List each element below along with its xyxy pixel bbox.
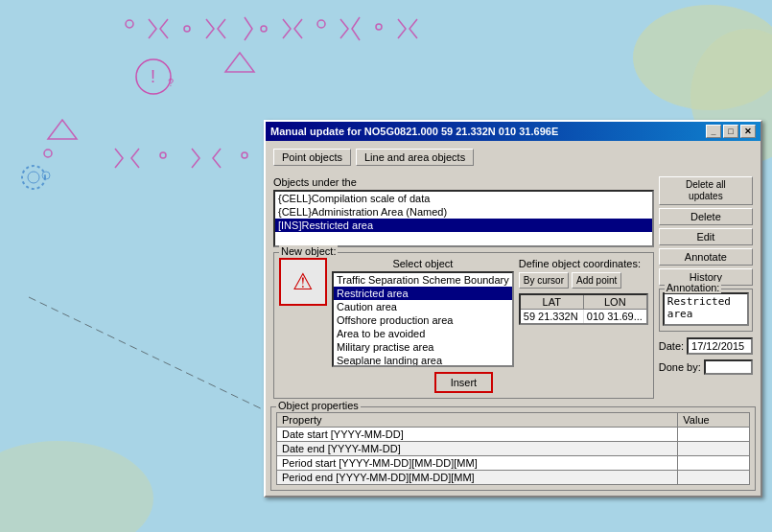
top-button-row: Point objects Line and area objects: [270, 146, 756, 169]
property-name: Period start [YYYY-MM-DD][MM-DD][MM]: [277, 456, 678, 471]
object-list-item[interactable]: Caution area: [334, 300, 512, 313]
svg-text:?: ?: [168, 77, 174, 88]
object-list-item[interactable]: Military practise area: [334, 340, 512, 354]
object-list-item[interactable]: Traffic Separation Scheme Boundary: [334, 273, 512, 287]
object-list-item[interactable]: Offshore production area: [334, 313, 512, 327]
coord-header: Define object coordinates:: [519, 258, 648, 269]
lat-column-header: LAT: [521, 295, 584, 309]
objects-under-listbox[interactable]: {CELL}Compilation scale of data {CELL}Ad…: [273, 190, 654, 247]
property-row: Date end [YYYY-MM-DD]: [277, 442, 750, 456]
insert-button[interactable]: Insert: [434, 372, 494, 393]
object-list-item[interactable]: Area to be avoided: [334, 327, 512, 340]
done-by-row: Done by:: [659, 359, 753, 375]
coord-table-header: LAT LON: [521, 295, 646, 310]
property-value[interactable]: [678, 442, 750, 456]
coord-table-row: 59 21.332N 010 31.69...: [521, 310, 646, 323]
property-column-header: Property: [277, 413, 678, 428]
done-by-label: Done by:: [659, 361, 701, 373]
minimize-button[interactable]: _: [706, 125, 721, 138]
annotation-label: Annotation:: [665, 282, 722, 293]
property-value[interactable]: [678, 471, 750, 485]
maximize-button[interactable]: □: [723, 125, 738, 138]
object-list-item-selected[interactable]: Restricted area: [334, 287, 512, 300]
point-objects-button[interactable]: Point objects: [273, 149, 351, 166]
titlebar-buttons: _ □ ✕: [706, 125, 756, 138]
svg-text:!: !: [151, 67, 155, 86]
dialog-body: Point objects Line and area objects Obje…: [266, 141, 760, 496]
lat-value: 59 21.332N: [521, 310, 584, 323]
edit-button[interactable]: Edit: [659, 228, 753, 245]
coord-buttons: By cursor Add point: [519, 272, 648, 289]
property-value[interactable]: [678, 456, 750, 471]
lon-value: 010 31.69...: [584, 310, 646, 323]
select-object-area: Select object Traffic Separation Scheme …: [332, 258, 514, 367]
listbox-item[interactable]: {CELL}Compilation scale of data: [275, 192, 652, 205]
date-label: Date:: [659, 340, 684, 352]
new-object-label: New object:: [279, 245, 338, 257]
object-list-item[interactable]: Seaplane landing area: [334, 354, 512, 367]
value-column-header: Value: [678, 413, 750, 428]
close-button[interactable]: ✕: [740, 125, 756, 138]
listbox-item-selected[interactable]: [INS]Restricted area: [275, 219, 652, 232]
annotate-button[interactable]: Annotate: [659, 248, 753, 266]
date-value: 17/12/2015: [687, 337, 753, 355]
delete-all-updates-button[interactable]: Delete all updates: [659, 176, 753, 205]
coordinate-table: LAT LON 59 21.332N 010 31.69...: [519, 293, 648, 325]
listbox-item[interactable]: {CELL}Administration Area (Named): [275, 205, 652, 219]
define-coordinates-section: Define object coordinates: By cursor Add…: [519, 258, 648, 325]
lon-column-header: LON: [584, 295, 646, 309]
main-content: Objects under the {CELL}Compilation scal…: [270, 173, 756, 402]
object-properties-label: Object properties: [276, 400, 361, 411]
property-name: Date end [YYYY-MM-DD]: [277, 442, 678, 456]
property-row: Date start [YYYY-MM-DD]: [277, 428, 750, 442]
select-object-header: Select object: [332, 258, 514, 269]
line-area-objects-button[interactable]: Line and area objects: [356, 149, 474, 166]
left-panel: Objects under the {CELL}Compilation scal…: [273, 176, 654, 399]
insert-button-container: Insert: [279, 372, 648, 393]
delete-button[interactable]: Delete: [659, 208, 753, 225]
dialog-titlebar: Manual update for NO5G0821.000 59 21.332…: [266, 122, 760, 141]
new-object-content: ⚠ Select object Traffic Separation Schem…: [279, 258, 648, 367]
object-properties-section: Object properties Property Value Date st…: [270, 406, 756, 491]
property-row: Period end [YYYY-MM-DD][MM-DD][MM]: [277, 471, 750, 485]
action-buttons: Delete all updates Delete Edit Annotate …: [659, 176, 753, 286]
annotation-section: Annotation:: [659, 289, 753, 332]
property-value[interactable]: [678, 428, 750, 442]
new-object-section: New object: ⚠ Select object Traffic Sepa…: [273, 252, 654, 399]
dialog-title: Manual update for NO5G0821.000 59 21.332…: [270, 126, 558, 137]
property-row: Period start [YYYY-MM-DD][MM-DD][MM]: [277, 456, 750, 471]
date-row: Date: 17/12/2015: [659, 337, 753, 355]
right-panel: Delete all updates Delete Edit Annotate …: [659, 176, 753, 399]
objects-under-label: Objects under the: [273, 176, 654, 188]
object-type-list[interactable]: Traffic Separation Scheme Boundary Restr…: [332, 271, 514, 367]
property-name: Date start [YYYY-MM-DD]: [277, 428, 678, 442]
by-cursor-button[interactable]: By cursor: [519, 272, 569, 289]
objects-under-section: Objects under the {CELL}Compilation scal…: [273, 176, 654, 247]
manual-update-dialog: Manual update for NO5G0821.000 59 21.332…: [264, 120, 762, 497]
add-point-button[interactable]: Add point: [572, 272, 621, 289]
object-warning-icon: ⚠: [279, 258, 327, 306]
annotation-input[interactable]: [663, 292, 749, 326]
done-by-value[interactable]: [704, 359, 753, 375]
properties-table: Property Value Date start [YYYY-MM-DD] D…: [276, 412, 750, 485]
property-name: Period end [YYYY-MM-DD][MM-DD][MM]: [277, 471, 678, 485]
